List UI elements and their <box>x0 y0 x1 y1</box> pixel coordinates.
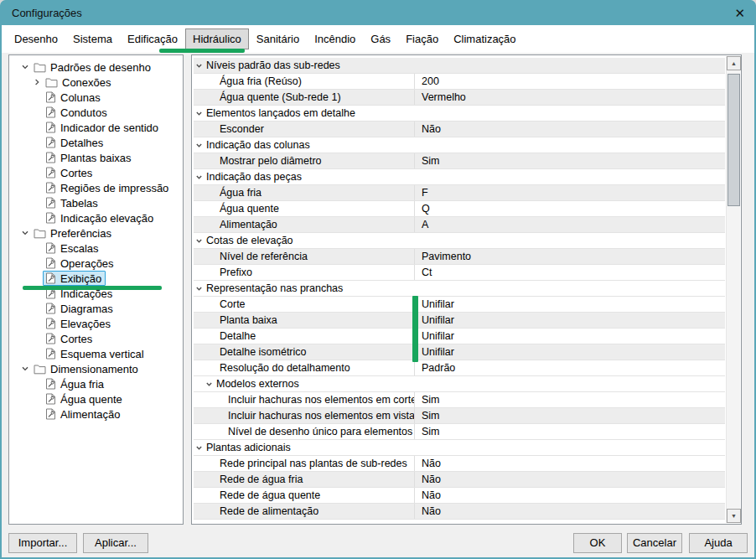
chevron-down-icon[interactable] <box>195 233 203 248</box>
grid-cell-value[interactable]: Sim <box>414 392 725 407</box>
grid-row-detalhe-isometrico[interactable]: Detalhe isométricoUnifilar <box>194 344 725 360</box>
tab-desenho[interactable]: Desenho <box>7 28 65 49</box>
grid-cell-value[interactable]: Pavimento <box>414 249 725 264</box>
tab-incendio[interactable]: Incêndio <box>307 28 363 49</box>
tab-hidraulico[interactable]: Hidráulico <box>185 28 249 49</box>
tree-item-agua-fria[interactable]: Água fria <box>9 376 183 391</box>
chevron-down-icon[interactable] <box>195 281 203 296</box>
grid-cell-label[interactable]: Mostrar pelo diâmetro <box>194 153 414 168</box>
tree-item-conexoes[interactable]: Conexões <box>9 75 183 90</box>
grid-cell-label[interactable]: Água quente <box>194 201 414 216</box>
grid-cell-label[interactable]: Corte <box>194 297 414 312</box>
cancelar-button[interactable]: Cancelar <box>627 533 682 553</box>
grid-cell-value[interactable]: A <box>414 217 725 232</box>
chevron-down-icon[interactable] <box>195 440 203 455</box>
scrollbar-thumb[interactable] <box>728 74 740 206</box>
tab-climatizacao[interactable]: Climatização <box>446 28 523 49</box>
grid-cell-value[interactable]: Vermelho <box>414 90 725 105</box>
grid-row-alimentacao[interactable]: AlimentaçãoA <box>194 217 725 233</box>
tree-item-indicacao-elevacao[interactable]: Indicação elevação <box>9 210 183 225</box>
tree-item-exibicao[interactable]: Exibição <box>9 271 183 286</box>
grid-cell-value[interactable]: Sim <box>414 408 725 423</box>
tree-item-dimensionamento[interactable]: Dimensionamento <box>9 361 183 376</box>
grid-row-agua-quente[interactable]: Água quenteQ <box>194 201 725 217</box>
grid-row-modelos-externos[interactable]: Modelos externos <box>194 376 725 392</box>
tab-edificacao[interactable]: Edificação <box>120 28 185 49</box>
grid-row-agua-fria[interactable]: Água friaF <box>194 185 725 201</box>
grid-row-plantas-adicionais[interactable]: Plantas adicionais <box>194 440 725 456</box>
scrollbar-up-icon[interactable]: ▲ <box>727 56 741 70</box>
aplicar-button[interactable]: Aplicar... <box>83 533 148 553</box>
grid-cell-label[interactable]: Detalhe <box>194 329 414 344</box>
grid-cell-value[interactable]: Sim <box>414 424 725 439</box>
grid-cell-value[interactable]: Ct <box>414 265 725 280</box>
grid-cell-value[interactable]: Não <box>414 122 725 137</box>
chevron-down-icon[interactable] <box>19 365 31 373</box>
chevron-down-icon[interactable] <box>195 58 203 73</box>
tree-item-elevacoes[interactable]: Elevações <box>9 316 183 331</box>
grid-row-rede-de-agua-fria[interactable]: Rede de água friaNão <box>194 472 725 488</box>
tree-item-tabelas[interactable]: Tabelas <box>9 195 183 210</box>
grid-cell-value[interactable]: Não <box>414 456 725 471</box>
grid-cell-label[interactable]: Rede principal nas plantas de sub-redes <box>194 456 414 471</box>
grid-cell-label[interactable]: Água quente (Sub-rede 1) <box>194 90 414 105</box>
chevron-down-icon[interactable] <box>195 137 203 153</box>
grid-cell-label[interactable]: Nível de desenho único para elementos ..… <box>194 424 414 439</box>
grid-row-indicacao-das-colunas[interactable]: Indicação das colunas <box>194 137 725 153</box>
grid-cell-value[interactable]: Não <box>414 488 725 503</box>
grid-cell-value[interactable]: Unifilar <box>414 297 725 312</box>
grid-row-rede-de-alimentacao[interactable]: Rede de alimentaçãoNão <box>194 504 725 520</box>
grid-cell-value[interactable]: Unifilar <box>414 313 725 328</box>
grid-row-elementos-lancados-em-detalhe[interactable]: Elementos lançados em detalhe <box>194 106 725 122</box>
grid-row-rede-de-agua-quente[interactable]: Rede de água quenteNão <box>194 488 725 504</box>
grid-cell-label[interactable]: Prefixo <box>194 265 414 280</box>
grid-cell-label[interactable]: Rede de alimentação <box>194 504 414 519</box>
tree-item-escalas[interactable]: Escalas <box>9 241 183 256</box>
grid-cell-label[interactable]: Água fria (Reúso) <box>194 74 414 89</box>
grid-row-detalhe[interactable]: DetalheUnifilar <box>194 329 725 344</box>
grid-row-prefixo[interactable]: PrefixoCt <box>194 265 725 281</box>
grid-cell-label[interactable]: Esconder <box>194 122 414 137</box>
chevron-down-icon[interactable] <box>19 63 31 71</box>
grid-row-cotas-de-elevacao[interactable]: Cotas de elevação <box>194 233 725 249</box>
grid-cell-value[interactable]: Unifilar <box>414 344 725 360</box>
scrollbar-down-icon[interactable]: ▼ <box>727 509 741 523</box>
grid-cell-label[interactable]: Nível de referência <box>194 249 414 264</box>
tree-item-diagramas[interactable]: Diagramas <box>9 301 183 316</box>
grid-row-mostrar-pelo-diametro[interactable]: Mostrar pelo diâmetroSim <box>194 153 725 169</box>
tree-item-cortes[interactable]: Cortes <box>9 165 183 180</box>
grid-cell-label[interactable]: Planta baixa <box>194 313 414 328</box>
grid-cell-value[interactable]: Padrão <box>414 360 725 375</box>
tree-item-regioes-de-impressao[interactable]: Regiões de impressão <box>9 180 183 195</box>
chevron-down-icon[interactable] <box>205 376 213 391</box>
close-icon[interactable]: ✕ <box>734 7 745 19</box>
tree-item-detalhes[interactable]: Detalhes <box>9 135 183 150</box>
importar-button[interactable]: Importar... <box>8 533 77 553</box>
tab-gas[interactable]: Gás <box>363 28 398 49</box>
tree-item-plantas-baixas[interactable]: Plantas baixas <box>9 150 183 165</box>
ajuda-button[interactable]: Ajuda <box>689 533 748 553</box>
grid-row-rede-principal-nas-plantas-de-sub-redes[interactable]: Rede principal nas plantas de sub-redesN… <box>194 456 725 472</box>
grid-cell-label[interactable]: Água fria <box>194 185 414 200</box>
grid-row-nivel-de-desenho-unico-para-elementos[interactable]: Nível de desenho único para elementos ..… <box>194 424 725 440</box>
grid-cell-value[interactable]: Não <box>414 472 725 487</box>
tab-sanitario[interactable]: Sanitário <box>249 28 307 49</box>
tab-fiacao[interactable]: Fiação <box>398 28 446 49</box>
tree-item-preferencias[interactable]: Preferências <box>9 225 183 241</box>
grid-cell-value[interactable]: F <box>414 185 725 200</box>
grid-row-esconder[interactable]: EsconderNão <box>194 122 725 137</box>
grid-row-indicacao-das-pecas[interactable]: Indicação das peças <box>194 169 725 185</box>
tree-item-padroes-de-desenho[interactable]: Padrões de desenho <box>9 60 183 75</box>
grid-row-representacao-nas-pranchas[interactable]: Representação nas pranchas <box>194 281 725 297</box>
grid-cell-label[interactable]: Resolução do detalhamento <box>194 360 414 375</box>
grid-cell-value[interactable]: 200 <box>414 74 725 89</box>
grid-cell-label[interactable]: Incluir hachuras nos elementos em vista <box>194 408 414 423</box>
grid-row-agua-quente-sub-rede-1[interactable]: Água quente (Sub-rede 1)Vermelho <box>194 90 725 106</box>
grid-cell-label[interactable]: Detalhe isométrico <box>194 344 414 360</box>
grid-cell-label[interactable]: Rede de água quente <box>194 488 414 503</box>
grid-cell-label[interactable]: Alimentação <box>194 217 414 232</box>
grid-row-incluir-hachuras-nos-elementos-em-vista[interactable]: Incluir hachuras nos elementos em vistaS… <box>194 408 725 424</box>
tree-item-colunas[interactable]: Colunas <box>9 90 183 105</box>
grid-cell-value[interactable]: Q <box>414 201 725 216</box>
grid-row-resolucao-do-detalhamento[interactable]: Resolução do detalhamentoPadrão <box>194 360 725 376</box>
